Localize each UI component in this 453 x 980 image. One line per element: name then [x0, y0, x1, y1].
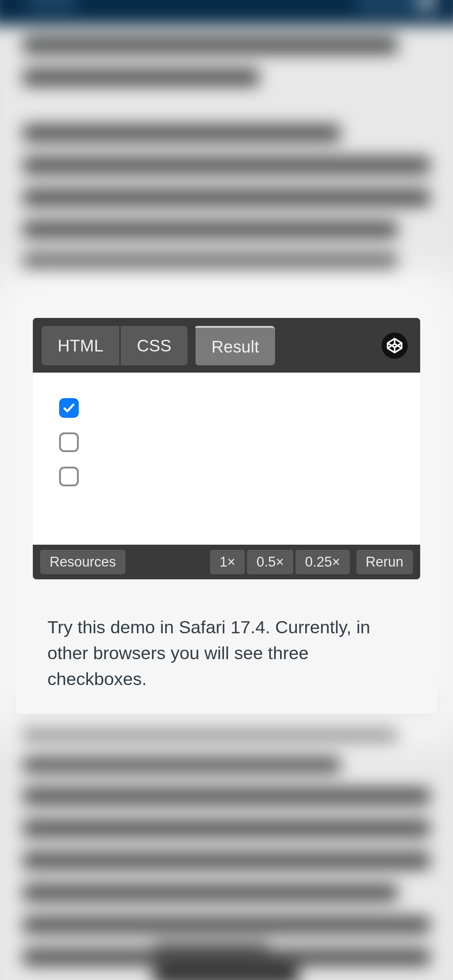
bg-header [0, 0, 453, 25]
zoom-1x-button[interactable]: 1× [210, 550, 245, 574]
checkbox-unchecked[interactable] [59, 467, 79, 486]
checkbox-unchecked[interactable] [59, 433, 79, 452]
checkbox-checked[interactable] [59, 398, 79, 418]
bg-paragraph [23, 37, 430, 101]
zoom-group: 1× 0.5× 0.25× [210, 550, 350, 574]
tab-html[interactable]: HTML [41, 326, 119, 365]
bg-paragraph [23, 125, 430, 285]
zoom-025x-button[interactable]: 0.25× [295, 550, 349, 574]
tab-result[interactable]: Result [194, 326, 275, 365]
demo-modal: HTML CSS Result [15, 299, 438, 714]
resources-button[interactable]: Resources [40, 550, 126, 574]
codepen-result-pane [33, 372, 420, 545]
rerun-button[interactable]: Rerun [356, 550, 413, 574]
codepen-tab-bar: HTML CSS Result [33, 318, 420, 372]
codepen-footer: Resources 1× 0.5× 0.25× Rerun [33, 545, 420, 579]
bg-paragraph [23, 691, 430, 980]
zoom-05x-button[interactable]: 0.5× [247, 550, 293, 574]
tab-css[interactable]: CSS [119, 326, 187, 365]
codepen-embed: HTML CSS Result [33, 318, 420, 579]
demo-caption: Try this demo in Safari 17.4. Currently,… [33, 614, 420, 692]
codepen-logo-icon[interactable] [381, 332, 408, 359]
